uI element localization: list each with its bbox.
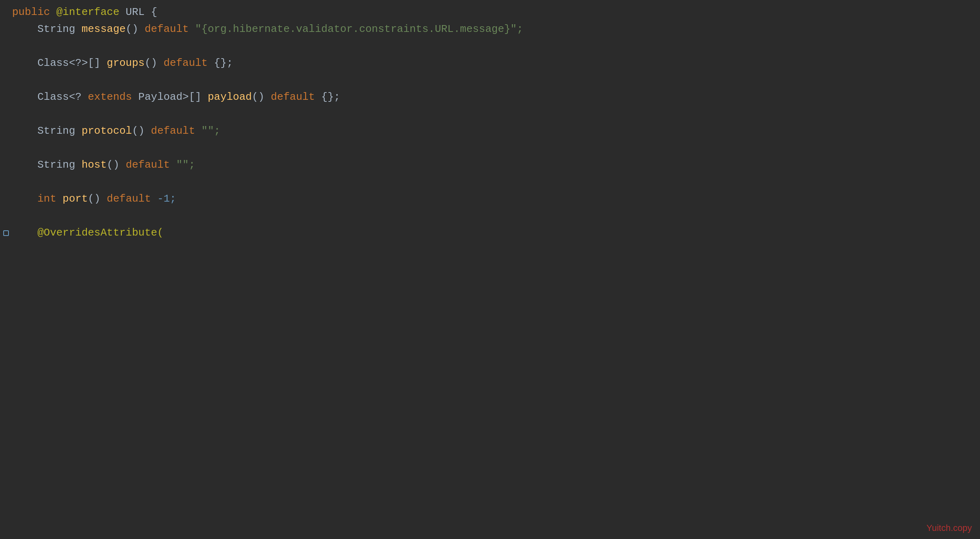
code-token: () [145, 57, 164, 69]
code-text: int port() default -1; [12, 191, 176, 208]
code-line [0, 38, 980, 55]
code-token: default [151, 125, 195, 137]
code-token: int [37, 193, 56, 205]
code-text: @OverridesAttribute( [12, 225, 163, 242]
code-token: protocol [82, 125, 132, 137]
code-line: String host() default ""; [0, 157, 980, 174]
code-token: @OverridesAttribute( [37, 227, 163, 239]
code-line [0, 72, 980, 89]
code-line: @OverridesAttribute( [0, 225, 980, 242]
code-token: ""; [170, 159, 195, 171]
code-token: {}; [208, 57, 233, 69]
code-token: () [88, 193, 107, 205]
code-text: Class<?>[] groups() default {}; [12, 55, 233, 72]
code-token: URL { [119, 6, 157, 18]
code-line: String message() default "{org.hibernate… [0, 21, 980, 38]
code-token: default [271, 91, 315, 103]
code-token: Payload>[] [132, 91, 207, 103]
code-text: Class<? extends Payload>[] payload() def… [12, 89, 340, 106]
code-line [0, 140, 980, 157]
code-token: () [132, 125, 151, 137]
code-token: default [107, 193, 151, 205]
watermark: Yuitch.copy [926, 521, 972, 535]
code-line [0, 174, 980, 191]
code-editor: public @interface URL { String message()… [0, 0, 980, 539]
code-token: () [107, 159, 126, 171]
code-line [0, 106, 980, 123]
code-token: extends [88, 91, 132, 103]
code-token: public [12, 6, 56, 18]
code-token: default [145, 23, 189, 35]
code-token: Class<? [37, 91, 88, 103]
code-token: "{org.hibernate.validator.constraints.UR… [189, 23, 523, 35]
code-token: ""; [195, 125, 220, 137]
code-token: @interface [56, 6, 119, 18]
code-token: {}; [315, 91, 340, 103]
code-text: String host() default ""; [12, 157, 195, 174]
code-token: () [252, 91, 271, 103]
code-token: default [126, 159, 170, 171]
code-token: host [82, 159, 107, 171]
bookmark-icon [2, 229, 10, 237]
code-line: String protocol() default ""; [0, 123, 980, 140]
code-text: public @interface URL { [12, 4, 157, 21]
code-token [56, 193, 63, 205]
code-text: String message() default "{org.hibernate… [12, 21, 523, 38]
code-line: int port() default -1; [0, 191, 980, 208]
code-token: payload [208, 91, 252, 103]
code-line: public @interface URL { [0, 4, 980, 21]
code-token: message [82, 23, 126, 35]
code-token: String [37, 159, 81, 171]
code-token: groups [107, 57, 145, 69]
code-token: String [37, 23, 81, 35]
code-token: Class<?>[] [37, 57, 107, 69]
code-token: String [37, 125, 81, 137]
code-text: String protocol() default ""; [12, 123, 220, 140]
code-token: default [164, 57, 208, 69]
code-token: -1; [151, 193, 176, 205]
code-line [0, 208, 980, 225]
code-line: Class<? extends Payload>[] payload() def… [0, 89, 980, 106]
code-token: port [63, 193, 88, 205]
code-line: Class<?>[] groups() default {}; [0, 55, 980, 72]
code-token: () [126, 23, 145, 35]
